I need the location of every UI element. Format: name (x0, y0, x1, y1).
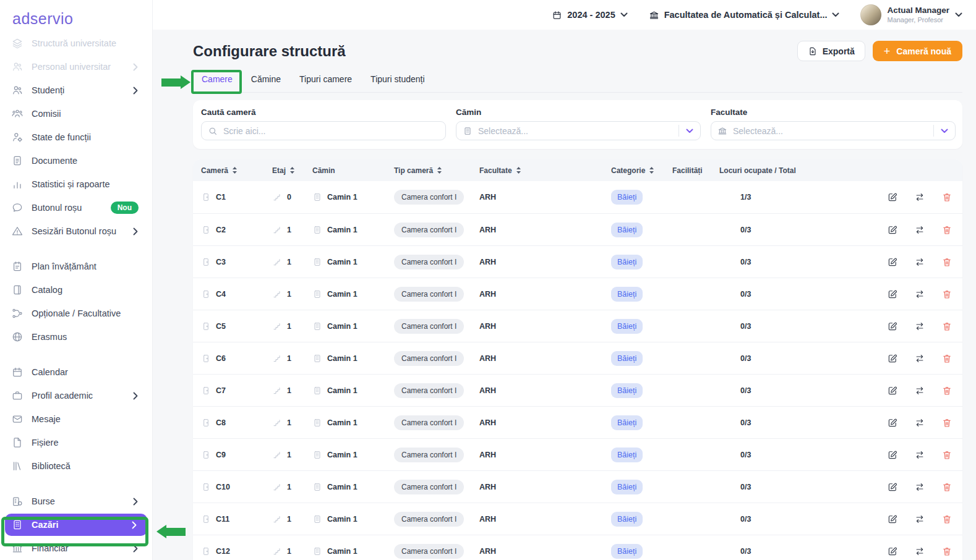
transfer-icon[interactable] (914, 514, 925, 525)
table-row: C7 1 Camin 1 Camera confort I ARH Băieți… (193, 374, 962, 406)
camin-select[interactable]: Selectează... (456, 121, 701, 140)
camin-field: Cămin Selectează... (456, 108, 701, 149)
transfer-icon[interactable] (914, 482, 925, 493)
table-row: C4 1 Camin 1 Camera confort I ARH Băieți… (193, 278, 962, 310)
edit-icon[interactable] (887, 449, 898, 460)
delete-icon[interactable] (941, 192, 952, 203)
edit-icon[interactable] (887, 321, 898, 332)
tip-camera-cell: Camera confort I (394, 383, 479, 398)
search-room-input[interactable] (223, 126, 442, 136)
locuri-value: 0/3 (740, 226, 751, 234)
delete-icon[interactable] (941, 514, 952, 525)
sort-icon[interactable] (232, 166, 238, 174)
delete-icon[interactable] (941, 417, 952, 428)
new-room-button[interactable]: + Cameră nouă (873, 41, 962, 61)
transfer-icon[interactable] (914, 449, 925, 460)
export-button[interactable]: Exportă (797, 41, 865, 61)
sidebar-item-cazari[interactable]: Cazări (5, 514, 147, 536)
delete-icon[interactable] (941, 289, 952, 300)
camin-cell: Camin 1 (312, 482, 394, 492)
sidebar-item-personal-universitar[interactable]: Personal universitar (0, 55, 152, 78)
sidebar-item-profil-academic[interactable]: Profil academic (0, 384, 152, 407)
camera-id: C8 (216, 418, 226, 427)
tab-bar: Camere Cămine Tipuri camere Tipuri stude… (193, 66, 962, 93)
locuri-cell: 0/3 (719, 354, 878, 363)
sort-icon[interactable] (516, 166, 521, 174)
sidebar-item-catalog[interactable]: Catalog (0, 278, 152, 302)
sidebar-item-erasmus[interactable]: Erasmus (0, 325, 152, 349)
delete-icon[interactable] (941, 449, 952, 460)
sidebar-item-burse[interactable]: Burse (0, 490, 152, 513)
tab-camere[interactable]: Camere (202, 66, 233, 93)
search-room-field: Caută cameră (201, 108, 446, 149)
edit-icon[interactable] (887, 482, 898, 493)
edit-icon[interactable] (887, 257, 898, 268)
transfer-icon[interactable] (914, 224, 925, 235)
search-room-label: Caută cameră (201, 108, 446, 117)
tab-tipuri-studenti[interactable]: Tipuri studenți (370, 66, 424, 93)
locuri-cell: 0/3 (719, 226, 878, 234)
edit-icon[interactable] (887, 289, 898, 300)
bank-icon (649, 10, 659, 20)
sidebar-item-documente[interactable]: Documente (0, 149, 152, 172)
sidebar-item-studenti[interactable]: Studenți (0, 78, 152, 102)
edit-icon[interactable] (887, 385, 898, 396)
delete-icon[interactable] (941, 224, 952, 235)
delete-icon[interactable] (941, 353, 952, 364)
edit-icon[interactable] (887, 192, 898, 203)
export-document-icon (808, 46, 818, 56)
edit-icon[interactable] (887, 224, 898, 235)
sort-icon[interactable] (289, 166, 295, 174)
user-menu[interactable]: Actual Manager Manager, Profesor (860, 4, 962, 25)
edit-icon[interactable] (887, 546, 898, 557)
sidebar-item-plan-invatamant[interactable]: Plan învățământ (0, 255, 152, 278)
transfer-icon[interactable] (914, 321, 925, 332)
sidebar-item-fisiere[interactable]: Fișiere (0, 431, 152, 454)
transfer-icon[interactable] (914, 192, 925, 203)
delete-icon[interactable] (941, 257, 952, 268)
sort-icon[interactable] (649, 166, 654, 174)
room-type-chip: Camera confort I (394, 544, 464, 559)
sidebar-item-structura-universitate[interactable]: Structură universitate (0, 32, 152, 55)
sidebar-item-optionale-facultative[interactable]: Opționale / Facultative (0, 302, 152, 325)
transfer-icon[interactable] (914, 353, 925, 364)
year-selector[interactable]: 2024 - 2025 (552, 10, 627, 20)
tab-tipuri-camere[interactable]: Tipuri camere (299, 66, 352, 93)
locuri-cell: 0/3 (719, 290, 878, 299)
transfer-icon[interactable] (914, 417, 925, 428)
select-chevron[interactable] (933, 125, 948, 137)
sidebar-item-sesizari-butonul-rosu[interactable]: Sesizări Butonul roșu (0, 219, 152, 243)
sort-icon[interactable] (437, 166, 442, 174)
delete-icon[interactable] (941, 546, 952, 557)
delete-icon[interactable] (941, 482, 952, 493)
sidebar-item-financiar[interactable]: Financiar (0, 537, 152, 560)
sidebar-item-statistici-rapoarte[interactable]: Statistici și rapoarte (0, 172, 152, 196)
transfer-icon[interactable] (914, 257, 925, 268)
select-chevron[interactable] (678, 125, 693, 137)
sidebar-item-calendar[interactable]: Calendar (0, 360, 152, 384)
row-actions (878, 289, 952, 300)
delete-icon[interactable] (941, 385, 952, 396)
adservio-logo: adservio (12, 10, 74, 27)
sidebar-item-mesaje[interactable]: Mesaje (0, 407, 152, 431)
camin-value: Camin 1 (327, 386, 357, 395)
camera-cell: C12 (201, 546, 272, 556)
building-icon (312, 225, 322, 235)
sidebar-item-butonul-rosu[interactable]: Butonul roșu Nou (0, 196, 152, 219)
delete-icon[interactable] (941, 321, 952, 332)
tab-camine[interactable]: Cămine (251, 66, 281, 93)
edit-icon[interactable] (887, 417, 898, 428)
sidebar-item-state-de-functii[interactable]: State de funcții (0, 125, 152, 149)
etaj-cell: 1 (272, 289, 312, 299)
edit-icon[interactable] (887, 514, 898, 525)
camin-value: Camin 1 (327, 258, 357, 266)
edit-icon[interactable] (887, 353, 898, 364)
sidebar-item-biblioteca[interactable]: Bibliotecă (0, 454, 152, 478)
faculty-selector[interactable]: Facultatea de Automatică și Calculat... (649, 10, 840, 20)
transfer-icon[interactable] (914, 385, 925, 396)
transfer-icon[interactable] (914, 546, 925, 557)
facultate-select[interactable]: Selectează... (711, 121, 956, 140)
sidebar-item-comisii[interactable]: Comisii (0, 102, 152, 125)
stairs-icon (272, 482, 282, 492)
transfer-icon[interactable] (914, 289, 925, 300)
